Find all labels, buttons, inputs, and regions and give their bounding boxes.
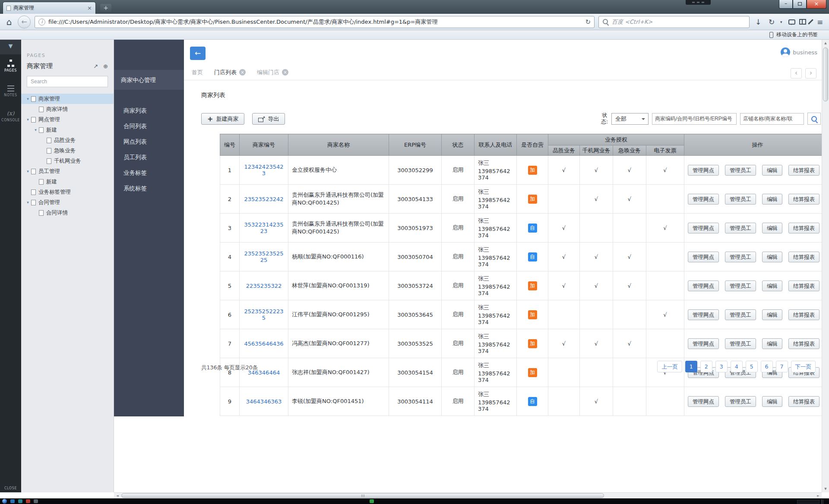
side-menu-item[interactable]: 系统标签 [114,180,184,196]
scroll-down-icon[interactable]: ▼ [822,485,829,492]
op-button[interactable]: 管理网点 [688,252,719,262]
url-bar[interactable]: i file:///C:/Users/Administrator/Desktop… [35,16,595,28]
tree-expand-icon[interactable]: ▾ [25,97,31,101]
op-button[interactable]: 管理员工 [725,309,756,320]
merchant-code-link[interactable]: 3464346363 [246,398,282,405]
op-button[interactable]: 管理网点 [688,396,719,407]
tabs-scroll-right-button[interactable]: › [805,68,816,79]
next-page-button[interactable]: 下一页 [791,361,816,372]
menu-icon[interactable]: ≡ [815,18,825,26]
tree-item[interactable]: ▾新建 [21,125,114,135]
page-number-button[interactable]: 5 [746,361,758,372]
tree-item[interactable]: 商家详情 [21,104,114,114]
tab-close-icon[interactable]: × [87,5,92,11]
info-icon[interactable]: i [38,19,45,25]
op-button[interactable]: 管理网点 [688,165,719,176]
merchant-code-filter-input[interactable] [652,113,737,125]
show-desktop-button[interactable] [821,499,824,504]
side-menu-item[interactable]: 业务标签 [114,165,184,180]
op-button[interactable]: 管理网点 [688,223,719,233]
chat-icon[interactable] [788,19,795,25]
op-button[interactable]: 管理员工 [725,338,756,349]
merchant-code-link[interactable]: 45635646436 [244,340,284,347]
export-button[interactable]: 导出 [252,113,285,125]
browser-search-box[interactable]: 百度 <Ctrl+K> [598,16,750,28]
history-icon[interactable]: ↻ [767,18,776,26]
tree-item[interactable]: 业务标签管理 [21,187,114,197]
merchant-code-link[interactable]: 23523523242 [244,196,284,202]
tree-item[interactable]: 品胜业务 [21,135,114,145]
op-button[interactable]: 管理员工 [725,280,756,291]
user-widget[interactable]: business [781,47,817,57]
browser-tab[interactable]: 商家管理 × [3,2,96,14]
taskbar-app-icon[interactable] [26,499,30,503]
app-tab[interactable]: 编辑门店× [257,69,288,76]
tree-item[interactable]: ▾员工管理 [21,166,114,176]
op-button[interactable]: 编辑 [762,165,782,176]
shop-name-filter-input[interactable] [740,113,804,125]
tree-expand-icon[interactable]: ▾ [25,200,31,205]
side-menu-item[interactable]: 合同列表 [114,118,184,134]
tree-item[interactable]: 合同详情 [21,208,114,218]
tree-expand-icon[interactable]: ▾ [25,117,31,122]
tabs-scroll-left-button[interactable]: ‹ [791,68,802,79]
tree-item[interactable]: ▾商家管理 [21,94,114,104]
taskbar-app-icon[interactable] [10,499,15,503]
op-button[interactable]: 结算报表 [788,309,820,320]
scroll-up-icon[interactable]: ▲ [822,40,829,47]
vertical-scrollbar[interactable]: ▲ ▼ [822,40,829,492]
tree-item[interactable]: 新建 [21,176,114,187]
window-close-button[interactable]: × [807,0,826,9]
new-tab-button[interactable]: + [100,4,111,12]
op-button[interactable]: 结算报表 [788,280,820,291]
page-number-button[interactable]: 1 [685,361,697,372]
op-button[interactable]: 编辑 [762,338,782,349]
op-button[interactable]: 管理网点 [688,309,719,320]
scroll-left-icon[interactable]: ◄ [114,493,121,499]
tray-clock-area[interactable] [797,500,820,504]
op-button[interactable]: 管理员工 [725,223,756,233]
prev-page-button[interactable]: 上一页 [657,361,682,372]
home-icon[interactable]: ⌂ [4,17,14,27]
op-button[interactable]: 管理网点 [688,194,719,205]
pen-icon[interactable] [808,19,813,25]
app-tab[interactable]: 门店列表× [214,69,246,76]
merchant-code-link[interactable]: 3532231423523 [244,221,284,234]
page-number-button[interactable]: 3 [715,361,728,372]
tree-expand-icon[interactable]: ▾ [32,128,39,132]
merchant-code-link[interactable]: 2235235322 [246,283,282,289]
tree-item[interactable]: ▾网点管理 [21,114,114,125]
page-number-button[interactable]: 2 [700,361,712,372]
op-button[interactable]: 结算报表 [788,252,820,262]
window-minimize-button[interactable]: – [779,0,793,9]
tree-item[interactable]: 急唤业务 [21,145,114,156]
pages-search-input[interactable] [27,76,108,87]
op-button[interactable]: 管理网点 [688,280,719,291]
horizontal-scrollbar-thumb[interactable] [121,493,604,498]
side-menu-item[interactable]: 网点列表 [114,134,184,149]
op-button[interactable]: 结算报表 [788,223,820,233]
taskbar-app-icon[interactable] [34,499,38,503]
rail-close-button[interactable]: CLOSE [0,486,21,490]
start-button[interactable] [2,499,7,504]
op-button[interactable]: 编辑 [762,280,782,291]
new-merchant-button[interactable]: + 新建商家 [201,113,244,125]
rail-item-notes[interactable]: NOTES [0,85,21,97]
op-button[interactable]: 编辑 [762,252,782,262]
merchant-code-link[interactable]: 123424235423 [244,164,284,176]
tree-item[interactable]: ▾合同管理 [21,197,114,208]
back-icon[interactable]: ← [18,16,31,28]
op-button[interactable]: 结算报表 [788,396,820,407]
scroll-right-icon[interactable]: ► [815,493,822,499]
taskbar-app-icon[interactable] [18,499,22,503]
reload-icon[interactable]: ↻ [585,18,591,26]
app-tab-close-icon[interactable]: × [282,69,288,76]
add-page-icon[interactable]: ⊕ [103,63,108,69]
status-select[interactable]: 全部 [611,113,649,125]
side-menu-item[interactable]: 员工列表 [114,149,184,165]
page-number-button[interactable]: 6 [761,361,773,372]
page-number-button[interactable]: 7 [776,361,788,372]
history-dropdown-icon[interactable]: ▾ [780,20,785,24]
op-button[interactable]: 管理员工 [725,252,756,262]
window-maximize-button[interactable] [793,0,807,9]
